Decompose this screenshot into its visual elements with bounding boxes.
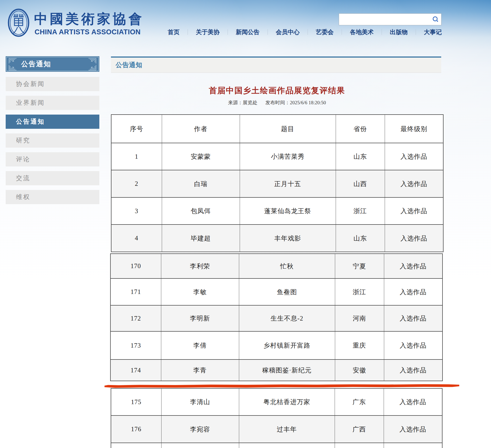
cell-author: 李倩 bbox=[161, 331, 239, 359]
cell-level: 入选作品 bbox=[385, 225, 443, 252]
cell-title: 丰年戏影 bbox=[240, 225, 336, 252]
red-marker-underline bbox=[104, 384, 459, 388]
meta-publish-time: 发布时间：2025/6/6 18:20:50 bbox=[265, 100, 326, 105]
cell-empty bbox=[111, 443, 161, 448]
sidebar-title: 公告通知 bbox=[6, 56, 99, 72]
sidebar: 公告通知 协会新闻 业界新闻 公告通知 研究 评论 交流 维权 bbox=[6, 56, 99, 204]
cell-title: 鱼鲞图 bbox=[239, 278, 335, 305]
nav-divider bbox=[416, 29, 416, 35]
cell-title: 乡村镇新开富路 bbox=[239, 331, 335, 359]
nav-item-art-committee[interactable]: 艺委会 bbox=[316, 28, 334, 36]
cell-number: 4 bbox=[111, 225, 162, 252]
results-table-middle: 170 李利荣 忙秋 宁夏 入选作品 171 李敏 鱼鲞图 浙江 入选作品 17… bbox=[110, 253, 443, 381]
cell-number: 172 bbox=[110, 305, 161, 331]
cell-author: 李清山 bbox=[161, 388, 239, 415]
cell-author: 安蒙蒙 bbox=[162, 143, 240, 170]
nav-item-publications[interactable]: 出版物 bbox=[390, 28, 408, 36]
cell-level: 入选作品 bbox=[384, 388, 442, 415]
nav-item-home[interactable]: 首页 bbox=[168, 28, 180, 36]
sidebar-item-exchange[interactable]: 交流 bbox=[6, 171, 99, 185]
cell-title: 稼穑图鉴·新纪元 bbox=[239, 359, 335, 381]
table-row: 175 李清山 粤北桔香进万家 广东 入选作品 bbox=[111, 388, 442, 415]
nav-divider bbox=[268, 29, 268, 35]
cell-province: 山西 bbox=[336, 170, 385, 197]
nav-divider bbox=[382, 29, 382, 35]
cell-level: 入选作品 bbox=[384, 331, 442, 359]
cell-number: 176 bbox=[111, 415, 161, 443]
meander-ornament-icon bbox=[87, 58, 98, 71]
sidebar-item-association-news[interactable]: 协会新闻 bbox=[6, 77, 99, 91]
col-header-author: 作者 bbox=[162, 115, 240, 143]
search-button[interactable] bbox=[430, 14, 441, 25]
search-box bbox=[339, 13, 441, 25]
cell-empty bbox=[161, 443, 239, 448]
col-header-number: 序号 bbox=[111, 115, 162, 143]
site-logo[interactable]: 中國美術家協會 CHINA ARTISTS ASSOCIATION bbox=[8, 9, 137, 37]
nav-item-chronicle[interactable]: 大事记 bbox=[424, 28, 442, 36]
cell-empty bbox=[239, 443, 335, 448]
cell-title: 过丰年 bbox=[239, 415, 335, 443]
cell-province: 宁夏 bbox=[335, 254, 384, 278]
table-row: 2 白瑞 正月十五 山西 入选作品 bbox=[111, 170, 443, 197]
cma-seal-icon bbox=[8, 9, 29, 37]
cell-author: 包凤佴 bbox=[162, 197, 240, 225]
cell-province: 广东 bbox=[335, 388, 384, 415]
cell-number: 175 bbox=[111, 388, 161, 415]
nav-divider bbox=[228, 29, 228, 35]
cell-level: 入选作品 bbox=[385, 143, 443, 170]
nav-divider bbox=[308, 29, 308, 35]
cell-author: 李利荣 bbox=[161, 254, 239, 278]
cell-author: 李宛容 bbox=[161, 415, 239, 443]
sidebar-title-label: 公告通知 bbox=[21, 60, 51, 68]
nav-divider bbox=[342, 29, 342, 35]
nav-item-news[interactable]: 新闻公告 bbox=[236, 28, 260, 36]
cell-province: 河南 bbox=[335, 305, 384, 331]
sidebar-item-announcements[interactable]: 公告通知 bbox=[6, 115, 99, 129]
col-header-final-level: 最终级别 bbox=[385, 115, 443, 143]
col-header-province: 省份 bbox=[336, 115, 385, 143]
nav-item-members[interactable]: 会员中心 bbox=[276, 28, 300, 36]
sidebar-item-commentary[interactable]: 评论 bbox=[6, 152, 99, 166]
cell-level: 入选作品 bbox=[384, 254, 442, 278]
cell-number: 171 bbox=[110, 278, 161, 305]
table-row: 171 李敏 鱼鲞图 浙江 入选作品 bbox=[110, 278, 442, 305]
cell-number: 2 bbox=[111, 170, 162, 197]
search-icon bbox=[432, 16, 439, 23]
sidebar-item-industry-news[interactable]: 业界新闻 bbox=[6, 96, 99, 110]
cell-title: 粤北桔香进万家 bbox=[239, 388, 335, 415]
cell-level: 入选作品 bbox=[384, 305, 442, 331]
cell-province: 安徽 bbox=[335, 359, 384, 381]
cell-province: 浙江 bbox=[335, 278, 384, 305]
cell-number: 173 bbox=[110, 331, 161, 359]
cell-number: 174 bbox=[110, 359, 161, 381]
cell-level: 入选作品 bbox=[384, 415, 442, 443]
cell-number: 3 bbox=[111, 197, 162, 225]
cell-author: 李青 bbox=[161, 359, 239, 381]
cell-empty bbox=[335, 443, 384, 448]
cell-title: 正月十五 bbox=[240, 170, 336, 197]
sidebar-item-rights[interactable]: 维权 bbox=[6, 190, 99, 204]
cell-level: 入选作品 bbox=[384, 359, 442, 381]
nav-divider bbox=[188, 29, 188, 35]
cell-author: 白瑞 bbox=[162, 170, 240, 197]
search-input[interactable] bbox=[339, 14, 430, 25]
results-table-top: 序号 作者 题目 省份 最终级别 1 安蒙蒙 小满苦菜秀 山东 入选作品 2 白… bbox=[111, 114, 444, 252]
table-row: 176 李宛容 过丰年 广西 入选作品 bbox=[111, 415, 442, 443]
meander-ornament-icon bbox=[7, 58, 18, 71]
nav-item-regional-art[interactable]: 各地美术 bbox=[350, 28, 374, 36]
cell-number: 170 bbox=[110, 254, 161, 278]
article-meta: 来源：展览处 发布时间：2025/6/6 18:20:50 bbox=[111, 99, 443, 106]
results-table-bottom: 175 李清山 粤北桔香进万家 广东 入选作品 176 李宛容 过丰年 广西 入… bbox=[111, 388, 442, 448]
meta-source: 来源：展览处 bbox=[228, 100, 257, 105]
cell-title: 蓬莱仙岛龙王祭 bbox=[240, 197, 336, 225]
table-header-row: 序号 作者 题目 省份 最终级别 bbox=[111, 115, 443, 143]
table-row-clipped bbox=[111, 443, 442, 448]
cell-province: 浙江 bbox=[336, 197, 385, 225]
cell-province: 重庆 bbox=[335, 331, 384, 359]
cell-province: 山东 bbox=[336, 143, 385, 170]
sidebar-item-research[interactable]: 研究 bbox=[6, 133, 99, 148]
nav-item-about[interactable]: 关于美协 bbox=[196, 28, 220, 36]
table-row: 170 李利荣 忙秋 宁夏 入选作品 bbox=[110, 254, 442, 278]
page: { "colors": { "accent_blue": "#1e4c94", … bbox=[0, 0, 491, 448]
section-header: 公告通知 bbox=[111, 57, 441, 73]
